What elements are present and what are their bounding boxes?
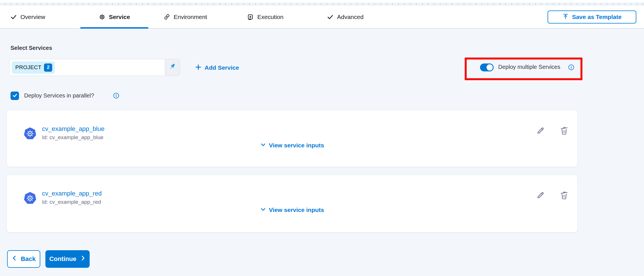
chevron-left-icon <box>12 255 17 263</box>
service-name-link[interactable]: cv_example_app_blue <box>42 125 104 133</box>
info-icon[interactable] <box>568 64 574 72</box>
edit-service-icon[interactable] <box>536 190 545 201</box>
tab-environment[interactable]: Environment <box>163 6 207 28</box>
kubernetes-icon <box>24 192 36 206</box>
top-spacer <box>0 0 644 3</box>
tab-service[interactable]: Service <box>80 6 148 28</box>
edit-service-icon[interactable] <box>536 126 545 136</box>
service-name-link[interactable]: cv_example_app_red <box>42 190 102 197</box>
services-multiselect-input[interactable]: PROJECT 2 <box>9 59 180 76</box>
chip-count-badge: 2 <box>44 63 52 72</box>
gear-icon <box>99 14 106 20</box>
continue-label: Continue <box>49 255 76 263</box>
continue-button[interactable]: Continue <box>45 250 90 268</box>
service-card-blue: cv_example_app_blue Id: cv_example_app_b… <box>7 111 577 167</box>
kubernetes-icon <box>24 127 36 141</box>
check-icon <box>12 93 18 99</box>
tab-label: Advanced <box>337 14 363 20</box>
check-icon <box>327 14 334 20</box>
chevron-down-icon <box>260 142 266 149</box>
tab-label: Execution <box>257 14 283 20</box>
delete-service-icon[interactable] <box>560 190 569 201</box>
service-id-text: Id: cv_example_app_blue <box>42 134 104 141</box>
tab-label: Service <box>109 14 130 20</box>
select-services-label: Select Services <box>10 45 52 51</box>
tab-label: Overview <box>20 14 45 20</box>
tab-label: Environment <box>174 14 207 20</box>
dotted-divider-strip <box>0 3 644 6</box>
toggle-knob <box>487 64 493 71</box>
pin-icon <box>169 63 176 72</box>
upload-icon <box>562 13 569 21</box>
plus-icon <box>195 64 202 72</box>
delete-service-icon[interactable] <box>560 126 569 136</box>
service-card-red: cv_example_app_red Id: cv_example_app_re… <box>7 175 577 232</box>
add-service-button[interactable]: Add Service <box>195 63 239 72</box>
info-icon[interactable] <box>113 92 119 100</box>
pipeline-stage-config-page: Overview Service <box>0 0 644 276</box>
check-icon <box>10 14 17 20</box>
tab-advanced[interactable]: Advanced <box>327 6 363 28</box>
project-scope-chip[interactable]: PROJECT 2 <box>12 61 55 74</box>
tab-overview[interactable]: Overview <box>10 6 45 28</box>
multiselect-values[interactable]: PROJECT 2 <box>10 59 165 76</box>
save-as-template-button[interactable]: Save as Template <box>548 10 636 24</box>
chevron-down-icon <box>260 206 266 214</box>
pin-button[interactable] <box>165 59 180 76</box>
view-service-inputs-label: View service inputs <box>269 142 324 149</box>
deploy-parallel-label: Deploy Services in parallel? <box>24 92 94 99</box>
view-service-inputs-toggle[interactable]: View service inputs <box>7 206 577 214</box>
deploy-multiple-services-toggle[interactable] <box>480 63 494 71</box>
save-as-template-label: Save as Template <box>572 14 622 20</box>
back-label: Back <box>21 255 36 263</box>
execution-icon <box>247 14 254 20</box>
view-service-inputs-label: View service inputs <box>269 207 324 213</box>
service-id-text: Id: cv_example_app_red <box>42 199 101 205</box>
environment-icon <box>163 14 170 20</box>
chevron-right-icon <box>80 255 86 263</box>
deploy-parallel-checkbox[interactable] <box>10 92 19 100</box>
view-service-inputs-toggle[interactable]: View service inputs <box>7 142 577 149</box>
back-button[interactable]: Back <box>7 250 40 268</box>
add-service-label: Add Service <box>205 64 239 71</box>
deploy-multiple-services-label: Deploy multiple Services <box>498 64 560 70</box>
tab-execution[interactable]: Execution <box>247 6 283 28</box>
chip-label: PROJECT <box>15 64 41 71</box>
